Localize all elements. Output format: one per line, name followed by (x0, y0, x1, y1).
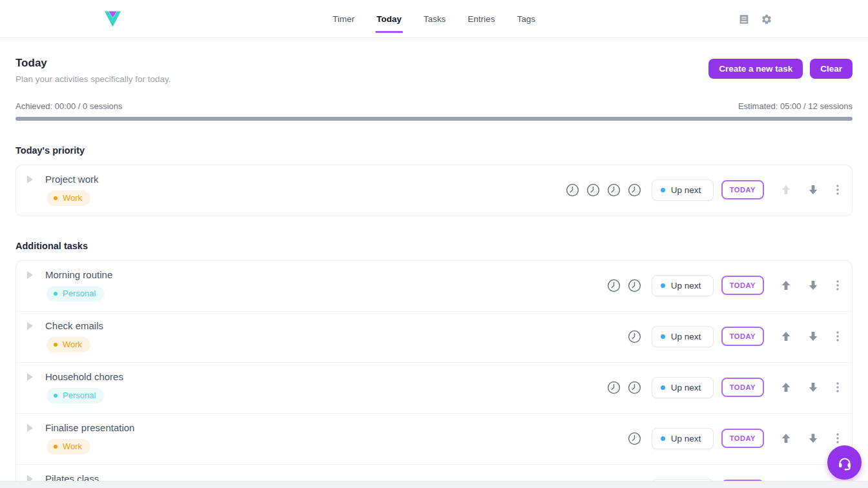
session-clock-icons (565, 183, 642, 198)
task-title-line: Finalise presentation (26, 422, 134, 433)
task-title-line: Check emails (26, 320, 103, 331)
status-select[interactable]: Up next (652, 326, 714, 347)
today-button[interactable]: TODAY (721, 378, 764, 397)
estimated-label: Estimated: 05:00 / 12 sessions (738, 101, 852, 111)
status-select-label: Up next (671, 332, 701, 341)
tab-tasks[interactable]: Tasks (413, 0, 457, 38)
move-down-button[interactable] (808, 433, 818, 443)
tag-dot-icon (54, 343, 57, 347)
tag-label: Work (63, 193, 82, 203)
move-down-button[interactable] (808, 280, 818, 290)
task-title: Household chores (45, 371, 123, 382)
today-button[interactable]: TODAY (721, 327, 764, 346)
task-tag: Personal (46, 388, 104, 403)
kebab-menu-icon[interactable] (835, 330, 840, 343)
tag-label: Work (63, 442, 82, 451)
create-task-button[interactable]: Create a new task (708, 59, 803, 79)
clear-button[interactable]: Clear (810, 59, 852, 79)
kebab-menu-icon[interactable] (835, 381, 840, 394)
status-dot-icon (661, 385, 665, 390)
chevron-right-icon[interactable] (26, 175, 34, 184)
tag-dot-icon (54, 292, 57, 296)
tab-tags[interactable]: Tags (506, 0, 546, 38)
clock-icon (627, 431, 642, 446)
top-navbar: Timer Today Tasks Entries Tags (0, 0, 868, 38)
page-title: Today (16, 57, 171, 70)
today-button[interactable]: TODAY (721, 276, 764, 295)
tag-dot-icon (54, 394, 57, 398)
tag-label: Work (63, 340, 82, 349)
move-up-button[interactable] (781, 382, 791, 392)
headset-icon (836, 454, 853, 471)
priority-task-card: Project work Work Up next TODAY (16, 165, 852, 216)
task-title-line: Household chores (26, 371, 123, 382)
section-title-priority: Today's priority (16, 145, 852, 156)
page-header: Today Plan your activities specifically … (16, 57, 852, 84)
move-down-button[interactable] (808, 185, 818, 195)
move-up-button[interactable] (781, 331, 791, 341)
status-select[interactable]: Up next (652, 179, 714, 201)
task-row-controls: Up next TODAY (606, 275, 840, 296)
move-up-button[interactable] (781, 433, 791, 443)
task-title-line: Morning routine (26, 269, 112, 280)
task-row: Check emails Work Up next TODAY (16, 311, 852, 362)
status-dot-icon (661, 334, 665, 339)
section-title-additional: Additional tasks (16, 241, 852, 251)
task-tag: Work (46, 439, 90, 454)
status-select[interactable]: Up next (652, 377, 714, 398)
journal-icon[interactable] (738, 14, 750, 25)
task-row-left: Household chores Personal (26, 371, 123, 403)
chevron-right-icon[interactable] (26, 270, 34, 280)
header-buttons: Create a new task Clear (708, 59, 852, 79)
task-row-left: Check emails Work (26, 320, 103, 352)
kebab-menu-icon[interactable] (835, 183, 840, 196)
app-logo[interactable] (104, 8, 121, 28)
kebab-menu-icon[interactable] (835, 432, 840, 445)
status-dot-icon (661, 283, 665, 288)
achieved-label: Achieved: 00:00 / 0 sessions (16, 101, 123, 111)
clock-icon (627, 380, 642, 395)
chevron-right-icon[interactable] (26, 321, 34, 330)
session-clock-icons (627, 329, 642, 344)
tab-entries[interactable]: Entries (457, 0, 506, 38)
move-up-button[interactable] (781, 280, 791, 290)
support-fab[interactable] (827, 445, 862, 480)
topbar-actions (738, 0, 772, 38)
task-title: Project work (45, 174, 99, 185)
progress-labels: Achieved: 00:00 / 0 sessions Estimated: … (16, 101, 852, 111)
move-down-button[interactable] (808, 382, 818, 392)
gear-icon[interactable] (761, 14, 772, 25)
kebab-menu-icon[interactable] (835, 279, 840, 292)
main-tabs: Timer Today Tasks Entries Tags (322, 0, 546, 38)
status-select-label: Up next (671, 383, 701, 392)
clock-icon (627, 278, 642, 293)
task-row: Household chores Personal Up next TODAY (16, 362, 852, 413)
tab-timer[interactable]: Timer (322, 0, 366, 38)
chevron-right-icon[interactable] (26, 372, 34, 381)
task-tag: Work (46, 190, 90, 206)
tag-label: Personal (63, 391, 96, 400)
status-select[interactable]: Up next (652, 428, 714, 449)
task-row-controls: Up next TODAY (606, 377, 840, 398)
tag-dot-icon (54, 196, 57, 200)
status-select-label: Up next (671, 185, 701, 195)
task-title: Finalise presentation (45, 422, 134, 433)
task-row: Finalise presentation Work Up next TODAY (16, 413, 852, 464)
chevron-right-icon[interactable] (26, 423, 34, 432)
clock-icon (586, 183, 601, 198)
clock-icon (565, 183, 580, 198)
clock-icon (606, 278, 621, 293)
status-select-label: Up next (671, 434, 701, 443)
tab-today[interactable]: Today (366, 0, 413, 38)
task-row: Project work Work Up next TODAY (16, 165, 852, 216)
task-row-controls: Up next TODAY (627, 428, 840, 449)
today-button[interactable]: TODAY (721, 429, 764, 448)
tag-label: Personal (63, 289, 96, 298)
page-subtitle: Plan your activities specifically for to… (16, 74, 171, 84)
session-clock-icons (606, 380, 642, 395)
task-title-line: Project work (26, 174, 99, 185)
status-select[interactable]: Up next (652, 275, 714, 296)
move-down-button[interactable] (808, 331, 818, 341)
today-button[interactable]: TODAY (721, 180, 764, 199)
task-row: Morning routine Personal Up next TODAY (16, 261, 852, 311)
